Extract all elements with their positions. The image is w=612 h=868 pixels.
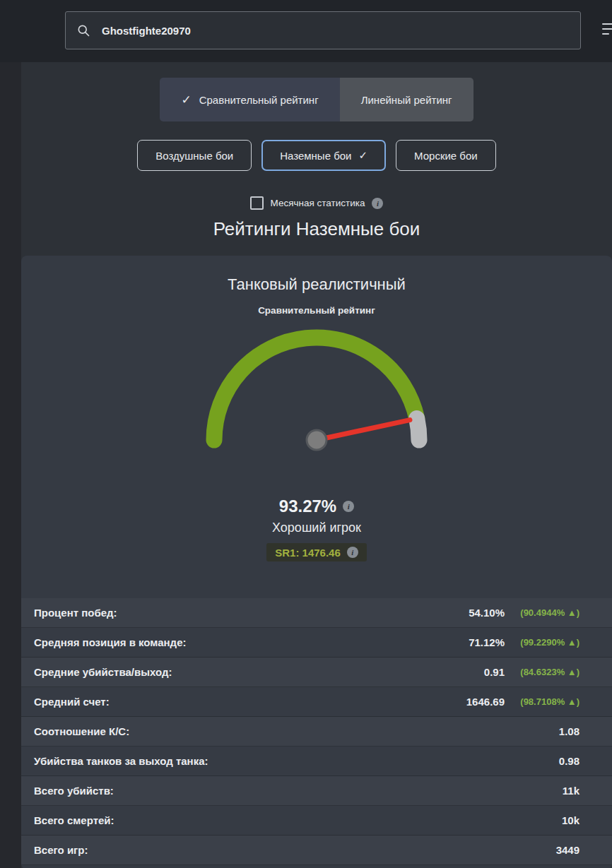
info-icon[interactable]: i bbox=[343, 501, 354, 512]
check-icon: ✓ bbox=[358, 149, 367, 162]
player-rating-label: Хороший игрок bbox=[21, 521, 612, 536]
stats-table: Процент побед: 54.10% (90.4944% ▲) Средн… bbox=[21, 598, 612, 865]
rating-gauge bbox=[200, 327, 433, 453]
stat-label: Соотношение К/С: bbox=[34, 725, 559, 737]
stat-value: 0.98 bbox=[559, 755, 579, 767]
mode-label: Наземные бои bbox=[280, 150, 351, 162]
monthly-stats-checkbox[interactable] bbox=[250, 196, 264, 210]
rating-tabs: ✓ Сравнительный рейтинг Линейный рейтинг bbox=[160, 78, 473, 121]
card-subtitle: Сравнительный рейтинг bbox=[21, 305, 612, 316]
stat-value: 3449 bbox=[556, 844, 579, 856]
stat-label: Процент побед: bbox=[34, 607, 469, 619]
percentile-row: 93.27% i bbox=[21, 497, 612, 516]
page-title: Рейтинги Наземные бои bbox=[21, 218, 612, 240]
sr-badge: SR1: 1476.46 i bbox=[266, 543, 367, 561]
search-value[interactable] bbox=[100, 24, 570, 37]
table-row: Всего убийств: 11k bbox=[21, 776, 612, 806]
stat-label: Средние убийства/выход: bbox=[34, 666, 484, 678]
mode-label: Морские бои bbox=[414, 150, 478, 162]
table-row: Всего игр: 3449 bbox=[21, 836, 612, 865]
mode-naval-battles-button[interactable]: Морские бои bbox=[396, 140, 496, 171]
stat-percentile: (90.4944% ▲) bbox=[505, 607, 579, 618]
check-icon: ✓ bbox=[181, 93, 191, 107]
stat-value: 10k bbox=[562, 814, 579, 826]
content-area: ✓ Сравнительный рейтинг Линейный рейтинг… bbox=[21, 62, 612, 868]
stat-value: 11k bbox=[563, 785, 579, 797]
stat-value: 0.91 bbox=[484, 666, 505, 678]
stat-percentile: (99.2290% ▲) bbox=[505, 637, 579, 648]
stat-value: 1.08 bbox=[559, 725, 579, 737]
stat-value: 1646.69 bbox=[466, 696, 505, 708]
monthly-stats-label: Месячная статистика bbox=[271, 198, 365, 208]
stat-label: Убийства танков за выход танка: bbox=[34, 755, 559, 767]
tab-linear-rating[interactable]: Линейный рейтинг bbox=[340, 78, 473, 121]
tab-label: Линейный рейтинг bbox=[361, 94, 452, 106]
table-row: Процент побед: 54.10% (90.4944% ▲) bbox=[21, 598, 612, 628]
info-icon[interactable]: i bbox=[347, 547, 358, 558]
stat-label: Всего игр: bbox=[34, 844, 556, 856]
tab-label: Сравнительный рейтинг bbox=[199, 94, 319, 106]
battle-mode-buttons: Воздушные бои Наземные бои ✓ Морские бои bbox=[21, 140, 612, 171]
stat-value: 71.12% bbox=[469, 636, 505, 648]
table-row: Убийства танков за выход танка: 0.98 bbox=[21, 747, 612, 776]
stat-label: Всего смертей: bbox=[34, 814, 562, 826]
stat-label: Всего убийств: bbox=[34, 785, 563, 797]
mode-air-battles-button[interactable]: Воздушные бои bbox=[137, 140, 252, 171]
mode-label: Воздушные бои bbox=[155, 150, 233, 162]
stat-label: Средний счет: bbox=[34, 696, 466, 708]
filter-icon[interactable] bbox=[602, 23, 612, 35]
percentile-value: 93.27% bbox=[279, 497, 336, 516]
stat-percentile: (98.7108% ▲) bbox=[505, 696, 579, 707]
sr-value: SR1: 1476.46 bbox=[275, 547, 341, 559]
rating-card: Танковый реалистичный Сравнительный рейт… bbox=[21, 256, 612, 868]
mode-ground-battles-button[interactable]: Наземные бои ✓ bbox=[261, 140, 386, 171]
tab-comparative-rating[interactable]: ✓ Сравнительный рейтинг bbox=[160, 78, 339, 121]
stat-percentile: (84.6323% ▲) bbox=[505, 667, 579, 677]
table-row: Всего смертей: 10k bbox=[21, 806, 612, 836]
stat-value: 54.10% bbox=[469, 607, 505, 619]
card-title: Танковый реалистичный bbox=[21, 256, 612, 294]
stat-label: Средняя позиция в команде: bbox=[34, 636, 469, 648]
info-icon[interactable]: i bbox=[372, 198, 383, 209]
top-bar bbox=[0, 0, 612, 62]
table-row: Средняя позиция в команде: 71.12% (99.22… bbox=[21, 628, 612, 658]
monthly-stats-row: Месячная статистика i bbox=[21, 196, 612, 210]
table-row: Средние убийства/выход: 0.91 (84.6323% ▲… bbox=[21, 658, 612, 687]
table-row: Средний счет: 1646.69 (98.7108% ▲) bbox=[21, 687, 612, 717]
search-input[interactable] bbox=[65, 11, 581, 49]
search-icon bbox=[76, 23, 90, 37]
table-row: Соотношение К/С: 1.08 bbox=[21, 717, 612, 747]
page: ✓ Сравнительный рейтинг Линейный рейтинг… bbox=[0, 0, 612, 868]
